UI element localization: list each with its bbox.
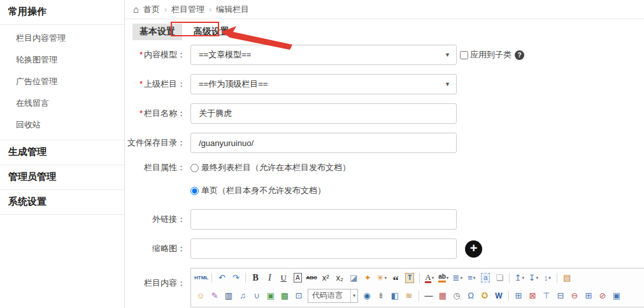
external-link-input[interactable] [190, 209, 457, 230]
anchor-icon[interactable]: a [479, 271, 492, 284]
editor-toolbar-row-2: ☺✎▥♫∪▣▩⊡代码语言▾◉⇟◧≋—▦◷Ω✪W⊞⊠⊤⊟⊖⊞⊘▣ [191, 286, 644, 304]
font-color-icon[interactable]: A▾ [423, 271, 436, 284]
thumbnail-input[interactable] [190, 238, 457, 259]
attr-final-list-label: 最终列表栏目（允许在本栏目发布文档） [201, 162, 350, 173]
delete-column-icon[interactable]: ⊘ [596, 289, 609, 302]
page-break-icon[interactable]: ⇟ [375, 289, 387, 302]
italic-icon[interactable]: I [263, 271, 276, 284]
insert-video-icon[interactable]: ▥ [222, 289, 235, 302]
admin-page: 常用操作 栏目内容管理 轮换图管理 广告位管理 在线留言 回收站 生成管理 管理… [0, 0, 644, 308]
special-chars-icon[interactable]: Ω [464, 289, 477, 302]
strikethrough-icon[interactable]: ABC [305, 271, 318, 284]
merge-cells-icon[interactable]: ▣ [610, 289, 623, 302]
subscript-icon[interactable]: x₂ [333, 271, 346, 284]
column-attr-label: 栏目属性： [126, 162, 185, 173]
font-border-icon[interactable]: A [291, 271, 304, 284]
breadcrumb-home[interactable]: 首页 [143, 4, 160, 15]
toolbar-separator [557, 273, 557, 283]
columns-icon[interactable]: ◧ [389, 289, 401, 302]
blockquote-icon[interactable]: “ [389, 271, 402, 284]
chevron-down-icon: ▾ [460, 275, 462, 281]
apply-to-children-option[interactable]: 应用到子类 [460, 49, 512, 61]
main-content: ⌂ 首页 › 栏目管理 › 编辑栏目 基本设置 高级设置 *内容模型： ==文章… [125, 0, 644, 308]
breadcrumb: ⌂ 首页 › 栏目管理 › 编辑栏目 [125, 0, 644, 19]
sidebar-item-online-messages[interactable]: 在线留言 [0, 92, 124, 114]
thumbnail-add-button[interactable]: + [465, 240, 482, 258]
parent-column-value: ==作为顶级栏目== [199, 78, 268, 90]
text-highlight-icon[interactable]: ab▾ [437, 271, 450, 284]
sidebar-section-common-ops[interactable]: 常用操作 [0, 0, 124, 25]
insert-map-icon[interactable]: ▩ [278, 289, 291, 302]
breadcrumb-separator-icon: › [209, 5, 211, 14]
external-link-label: 外链接： [126, 209, 185, 230]
sidebar-item-carousel-mgmt[interactable]: 轮换图管理 [0, 49, 124, 71]
breadcrumb-separator-icon: › [164, 5, 167, 14]
scrawl-icon[interactable]: ✎ [208, 289, 221, 302]
chevron-down-icon: ▾ [447, 275, 449, 281]
line-height-icon[interactable]: ↕▾ [541, 271, 554, 284]
chevron-down-icon: ▾ [350, 290, 357, 302]
remove-format-icon[interactable]: ◪ [347, 271, 360, 284]
toolbar-separator [245, 273, 246, 283]
column-name-input[interactable] [190, 103, 457, 124]
delete-table-icon[interactable]: ⊠ [526, 289, 539, 302]
attr-option-final-list[interactable]: 最终列表栏目（允许在本栏目发布文档） [190, 162, 350, 173]
paste-plain-text-icon[interactable]: T [403, 271, 416, 284]
insert-music-icon[interactable]: ♫ [236, 289, 249, 302]
paragraph-space-before-icon[interactable]: ↥▾ [513, 271, 526, 284]
insert-date-icon[interactable]: ▦ [436, 289, 449, 302]
new-page-icon[interactable]: ❏ [493, 271, 506, 284]
insert-time-icon[interactable]: ◷ [450, 289, 463, 302]
attr-option-single-page[interactable]: 单页（栏目本身不允许发布文档） [190, 185, 350, 196]
attachment-icon[interactable]: ∪ [250, 289, 263, 302]
attr-single-page-label: 单页（栏目本身不允许发布文档） [201, 185, 326, 196]
content-model-select[interactable]: ==文章模型== ▼ [190, 45, 457, 65]
delete-row-icon[interactable]: ⊖ [568, 289, 581, 302]
tab-advanced-settings[interactable]: 高级设置 [187, 24, 236, 40]
breadcrumb-column-mgmt[interactable]: 栏目管理 [171, 4, 204, 15]
snapshot-icon[interactable]: ⊡ [292, 289, 305, 302]
ordered-list-icon[interactable]: ≣▾ [451, 271, 464, 284]
tab-basic-settings[interactable]: 基本设置 [132, 24, 182, 40]
underline-icon[interactable]: U [277, 271, 290, 284]
sidebar-item-recycle-bin[interactable]: 回收站 [0, 114, 124, 136]
map-with-key-icon[interactable]: ✪ [478, 289, 491, 302]
sidebar-section-admin-mgmt[interactable]: 管理员管理 [0, 165, 124, 190]
sidebar-item-column-content-mgmt[interactable]: 栏目内容管理 [0, 27, 124, 49]
attr-final-list-radio[interactable] [190, 164, 199, 172]
insert-table-icon[interactable]: ⊞ [512, 289, 525, 302]
insert-code-icon[interactable]: ◉ [361, 289, 373, 302]
insert-image-icon[interactable]: ▣ [264, 289, 277, 302]
chevron-down-icon: ▾ [432, 275, 434, 281]
remote-image-icon[interactable]: ≋ [403, 289, 415, 302]
word-import-icon[interactable]: W [492, 289, 505, 302]
table-border-icon[interactable]: ▤ [561, 271, 573, 284]
help-icon[interactable]: ? [515, 50, 524, 60]
required-mark: * [140, 79, 143, 89]
format-brush-icon[interactable]: ✦ [361, 271, 374, 284]
code-language-select[interactable]: 代码语言▾ [308, 289, 358, 303]
emotion-icon[interactable]: ☺ [194, 289, 207, 302]
toolbar-separator [211, 273, 212, 283]
insert-column-icon[interactable]: ⊞ [582, 289, 595, 302]
auto-typeset-icon[interactable]: ✳▾ [375, 271, 388, 284]
unordered-list-icon[interactable]: ≡▾ [465, 271, 478, 284]
sidebar-section-generate-mgmt[interactable]: 生成管理 [0, 140, 124, 165]
save-dir-input[interactable] [190, 133, 457, 153]
html-source-icon[interactable]: HTML [194, 271, 208, 284]
required-mark: * [140, 50, 143, 59]
table-title-icon[interactable]: ⊤ [540, 289, 553, 302]
bold-icon[interactable]: B [249, 271, 262, 284]
superscript-icon[interactable]: x² [319, 271, 332, 284]
chevron-down-icon: ▼ [445, 81, 450, 87]
insert-row-icon[interactable]: ⊟ [554, 289, 567, 302]
redo-icon[interactable]: ↷ [229, 271, 242, 284]
attr-single-page-radio[interactable] [190, 187, 199, 195]
horizontal-rule-icon[interactable]: — [422, 289, 435, 302]
sidebar-item-ad-slot-mgmt[interactable]: 广告位管理 [0, 71, 124, 92]
apply-to-children-checkbox[interactable] [460, 51, 468, 59]
paragraph-space-after-icon[interactable]: ↧▾ [527, 271, 540, 284]
undo-icon[interactable]: ↶ [215, 271, 228, 284]
parent-column-select[interactable]: ==作为顶级栏目== ▼ [190, 74, 457, 94]
sidebar-section-system-settings[interactable]: 系统设置 [0, 190, 124, 215]
